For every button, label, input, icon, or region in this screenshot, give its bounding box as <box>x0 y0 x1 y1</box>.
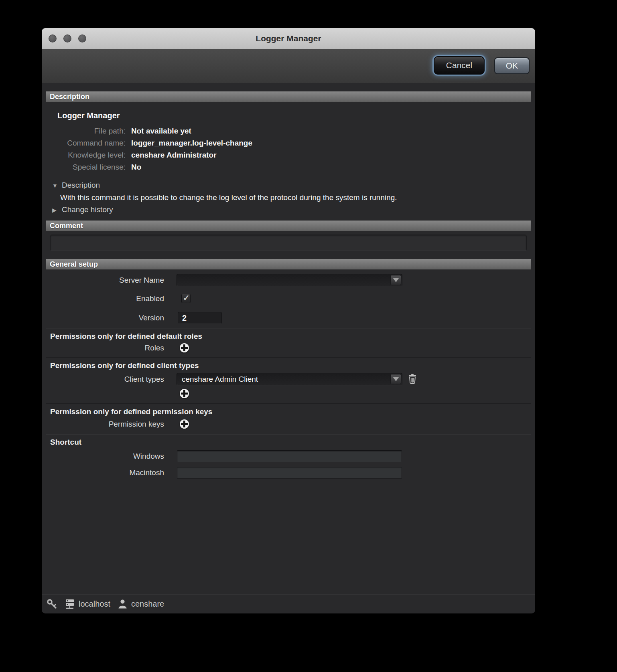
command-title: Logger Manager <box>57 111 531 120</box>
roles-label: Roles <box>46 344 164 352</box>
server-name-row: Server Name <box>46 274 531 286</box>
windows-shortcut-input[interactable] <box>177 450 402 462</box>
field-label: Special license: <box>46 161 126 173</box>
roles-permissions-header: Permissions only for defined default rol… <box>46 330 531 341</box>
window-titlebar: Logger Manager <box>42 28 535 49</box>
field-value: logger_manager.log-level-change <box>131 137 531 149</box>
field-label: Knowledge level: <box>46 149 126 161</box>
window-controls <box>49 34 86 43</box>
macintosh-shortcut-row: Macintosh <box>46 467 531 479</box>
comment-textarea[interactable] <box>50 235 527 251</box>
version-input[interactable] <box>178 312 222 324</box>
windows-shortcut-row: Windows <box>46 450 531 462</box>
version-row: Version <box>46 312 531 324</box>
permission-keys-row: Permission keys <box>46 419 531 429</box>
description-text: With this command it is possible to chan… <box>60 192 531 203</box>
section-divider <box>46 403 531 404</box>
permissions-key-icon <box>47 599 57 609</box>
change-history-toggle-label: Change history <box>62 205 113 214</box>
enabled-label: Enabled <box>46 294 164 303</box>
client-types-permissions-header: Permissions only for defined client type… <box>46 359 531 370</box>
version-label: Version <box>46 314 164 322</box>
description-section-header: Description <box>46 91 531 102</box>
window-title: Logger Manager <box>256 34 321 43</box>
dialog-content: Description Logger Manager File path: No… <box>42 83 535 613</box>
permission-keys-label: Permission keys <box>46 420 164 429</box>
trash-icon <box>408 373 417 384</box>
disclosure-open-icon: ▼ <box>52 180 62 191</box>
user-icon <box>118 599 128 609</box>
add-client-type-button[interactable] <box>180 389 189 398</box>
add-permission-key-button[interactable] <box>180 419 189 429</box>
section-divider <box>46 434 531 435</box>
field-label: File path: <box>46 125 126 137</box>
macintosh-shortcut-input[interactable] <box>177 467 402 479</box>
screen-background: Logger Manager Cancel OK Description Log… <box>0 0 617 672</box>
client-type-dropdown[interactable]: censhare Admin Client <box>177 373 402 385</box>
status-bar: localhost censhare <box>42 594 535 613</box>
logger-manager-window: Logger Manager Cancel OK Description Log… <box>42 28 535 613</box>
dropdown-arrow-button[interactable] <box>390 275 401 285</box>
command-info-grid: File path: Not available yet Command nam… <box>46 125 531 173</box>
server-icon <box>65 599 75 609</box>
description-disclosure-toggle[interactable]: ▼Description <box>52 180 531 191</box>
chevron-down-icon <box>393 377 399 381</box>
client-types-row: Client types censhare Admin Client <box>46 373 531 385</box>
cancel-button[interactable]: Cancel <box>434 56 485 75</box>
description-toggle-label: Description <box>62 181 100 189</box>
close-window-button[interactable] <box>49 34 57 43</box>
field-value: No <box>131 161 531 173</box>
shortcut-header: Shortcut <box>46 435 531 447</box>
macintosh-label: Macintosh <box>46 468 164 477</box>
general-setup-section-header: General setup <box>46 259 531 269</box>
server-name-dropdown[interactable] <box>177 274 402 286</box>
chevron-down-icon <box>393 278 399 282</box>
client-type-selected-value: censhare Admin Client <box>182 375 258 384</box>
change-history-disclosure-toggle[interactable]: ▶Change history <box>52 204 531 216</box>
permission-keys-header: Permission only for defined permission k… <box>46 405 531 416</box>
ok-button[interactable]: OK <box>494 57 530 74</box>
disclosure-closed-icon: ▶ <box>52 204 62 216</box>
dialog-toolbar: Cancel OK <box>42 49 535 83</box>
add-role-button[interactable] <box>180 343 189 352</box>
client-types-label: Client types <box>46 375 164 384</box>
section-divider <box>46 328 531 329</box>
enabled-checkbox[interactable]: ✓ <box>181 294 191 303</box>
status-user-name: censhare <box>131 599 164 609</box>
status-server-name: localhost <box>79 599 110 609</box>
windows-label: Windows <box>46 452 164 461</box>
checkmark-icon: ✓ <box>183 293 190 303</box>
enabled-row: Enabled ✓ <box>46 294 531 303</box>
zoom-window-button[interactable] <box>78 34 86 43</box>
section-divider <box>46 357 531 358</box>
field-label: Command name: <box>46 137 126 149</box>
field-value: censhare Administrator <box>131 149 531 161</box>
field-value: Not available yet <box>131 125 531 137</box>
dropdown-arrow-button[interactable] <box>390 374 401 384</box>
delete-client-type-button[interactable] <box>408 373 417 385</box>
add-client-type-row <box>46 389 531 398</box>
comment-section-header: Comment <box>46 221 531 231</box>
roles-row: Roles <box>46 343 531 352</box>
server-name-label: Server Name <box>46 276 164 285</box>
minimize-window-button[interactable] <box>63 34 71 43</box>
